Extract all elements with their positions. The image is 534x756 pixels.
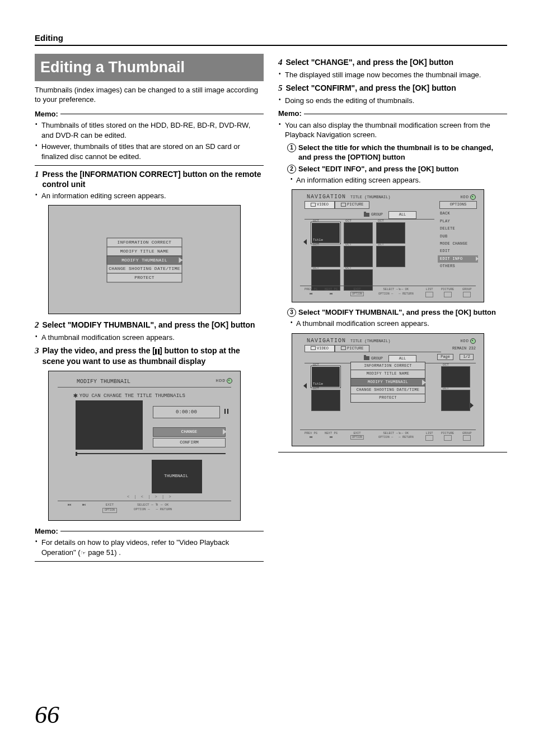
osd-navigation-modify-figure: NAVIGATIONTITLE (THUMBNAIL) HDD VIDEO PI… (292, 333, 484, 446)
osd2-title: MODIFY THUMBNAIL (77, 378, 130, 386)
step-2: 2 Select "MODIFY THUMBNAIL", and press t… (35, 320, 264, 331)
osd-menu-item: INFORMATION CORRECT (107, 237, 182, 247)
memo-rule (35, 165, 264, 166)
step-1: 1 Press the [INFORMATION CORRECT] button… (35, 169, 264, 189)
step-3: 3 Play the video, and press the [] butto… (35, 346, 264, 366)
substep-2: 2 Select "EDIT INFO", and press the [OK]… (287, 165, 507, 174)
osd-info-correct-figure: INFORMATION CORRECT MODIFY TITLE NAME MO… (48, 205, 241, 314)
intro-text: Thumbnails (index images) can be changed… (35, 85, 264, 105)
memo-item: You can also display the thumbnail modif… (278, 120, 507, 140)
memo-label: Memo: (278, 109, 507, 119)
page-label: Page (437, 354, 453, 360)
pause-icon (155, 349, 160, 354)
chevron-left-icon (303, 239, 307, 245)
memo-rule (35, 561, 264, 562)
reference-icon: ☞ (81, 549, 86, 557)
nav-overlay-menu: INFORMATION CORRECT MODIFY TITLE NAME MO… (350, 362, 425, 402)
folder-icon (364, 356, 369, 360)
memo-item: Thumbnails of titles stored on the HDD, … (35, 120, 264, 140)
disc-icon (470, 194, 476, 200)
step-note: The displayed still image now becomes th… (278, 70, 507, 80)
folder-icon (364, 213, 369, 217)
hdd-badge: HDD (216, 378, 232, 384)
nav-options-menu: BACK PLAY DELETE DUB MODE CHANGE EDIT ED… (438, 210, 478, 270)
step-4: 4 Select "CHANGE", and press the [OK] bu… (278, 57, 507, 68)
osd-menu-item: PROTECT (107, 273, 182, 283)
step-note: An information editing screen appears. (35, 191, 264, 201)
page-title: Editing a Thumbnail (35, 54, 264, 81)
chevron-left-icon (303, 383, 307, 389)
page-value: 1/2 (460, 354, 474, 360)
disc-icon (470, 338, 476, 344)
osd2-hint: ✱YOU CAN CHANGE THE TITLE THUMBNAILS (73, 393, 185, 399)
disc-icon (227, 378, 232, 384)
substep-1: 1 Select the title for which the thumbna… (287, 143, 507, 162)
osd2-preview-area (76, 400, 143, 450)
step-5: 5 Select "CONFIRM", and press the [OK] b… (278, 83, 507, 94)
page-number: 66 (35, 698, 59, 731)
osd-menu-item-selected: MODIFY THUMBNAIL (107, 255, 182, 265)
memo-label: Memo: (35, 109, 264, 119)
memo-item: However, thumbnails of titles that are s… (35, 142, 264, 161)
nav-tab-video: VIDEO (305, 201, 335, 208)
memo-rule (278, 452, 507, 452)
substep-3: 3 Select "MODIFY THUMBNAIL", and press t… (287, 308, 507, 318)
section-rule (35, 45, 507, 46)
nav-options-label: OPTIONS (439, 201, 477, 208)
osd2-change-button: CHANGE (153, 427, 226, 437)
section-heading: Editing (35, 32, 507, 44)
step-note: A thumbnail modification screen appears. (35, 333, 264, 343)
osd-modify-thumbnail-figure: MODIFY THUMBNAIL HDD ✱YOU CAN CHANGE THE… (48, 371, 241, 521)
osd-menu-item: MODIFY TITLE NAME (107, 246, 182, 256)
osd2-timecode: 0:00:00 (153, 406, 220, 418)
osd-navigation-options-figure: NAVIGATIONTITLE (THUMBNAIL) HDD VIDEO PI… (292, 189, 484, 302)
osd2-transport-ticks: < | < | > | > (127, 494, 172, 500)
osd2-scrubber (76, 453, 226, 454)
substep-note: An information editing screen appears. (291, 175, 507, 185)
step-note: Doing so ends the editing of thumbnails. (278, 96, 507, 106)
substep-note: A thumbnail modification screen appears. (291, 319, 507, 329)
memo-item: For details on how to play videos, refer… (35, 538, 264, 557)
osd-menu-item: CHANGE SHOOTING DATE/TIME (107, 264, 182, 274)
pause-icon (224, 409, 228, 414)
nav-tab-picture: PICTURE (335, 201, 369, 208)
remain-label: REMAIN 232 (452, 346, 476, 351)
memo-label: Memo: (35, 526, 264, 536)
osd2-confirm-button: CONFIRM (153, 438, 226, 447)
osd2-thumbnail-label: THUMBNAIL (164, 473, 188, 479)
